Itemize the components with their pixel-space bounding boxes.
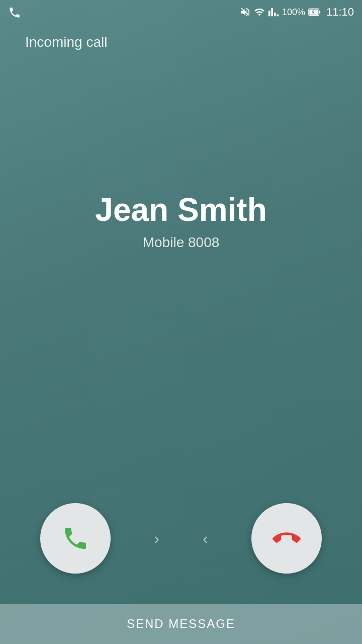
battery-icon — [308, 7, 321, 18]
mute-icon — [240, 7, 251, 18]
svg-rect-2 — [319, 11, 320, 14]
swipe-right-arrow: › — [154, 529, 159, 548]
send-message-label: SEND MESSAGE — [127, 617, 235, 631]
battery-level: 100% — [282, 7, 305, 18]
caller-name: Jean Smith — [0, 191, 362, 228]
caller-info: Jean Smith Mobile 8008 — [0, 191, 362, 251]
accept-call-button[interactable] — [40, 503, 111, 574]
status-time: 11:10 — [326, 6, 354, 19]
decline-phone-icon — [273, 524, 301, 552]
swipe-left-arrow: ‹ — [203, 529, 208, 548]
decline-call-button[interactable] — [251, 503, 322, 574]
status-bar: 100% 11:10 — [0, 0, 362, 24]
signal-icon — [268, 7, 279, 18]
call-action-area: › ‹ — [0, 503, 362, 574]
incoming-call-label: Incoming call — [25, 34, 107, 50]
caller-number: Mobile 8008 — [0, 234, 362, 251]
wifi-icon — [254, 7, 265, 18]
status-icons: 100% 11:10 — [240, 6, 354, 19]
send-message-bar[interactable]: SEND MESSAGE — [0, 604, 362, 644]
phone-status-icon — [8, 6, 21, 22]
accept-phone-icon — [61, 524, 89, 552]
